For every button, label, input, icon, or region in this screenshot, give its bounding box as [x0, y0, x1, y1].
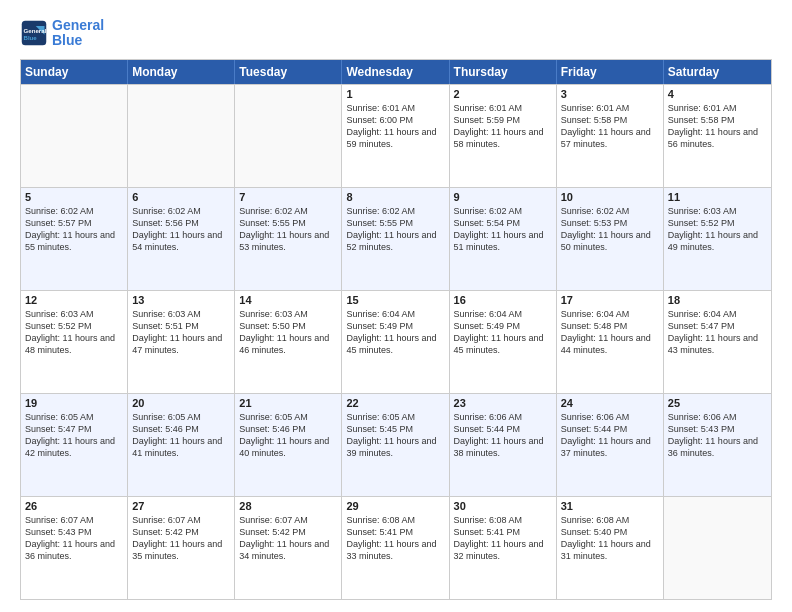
day-number: 11	[668, 191, 767, 203]
day-cell-27: 27Sunrise: 6:07 AM Sunset: 5:42 PM Dayli…	[128, 497, 235, 599]
empty-cell	[235, 85, 342, 187]
day-number: 30	[454, 500, 552, 512]
day-number: 22	[346, 397, 444, 409]
day-number: 7	[239, 191, 337, 203]
cell-info: Sunrise: 6:07 AM Sunset: 5:42 PM Dayligh…	[239, 514, 337, 563]
day-cell-9: 9Sunrise: 6:02 AM Sunset: 5:54 PM Daylig…	[450, 188, 557, 290]
day-number: 6	[132, 191, 230, 203]
day-cell-10: 10Sunrise: 6:02 AM Sunset: 5:53 PM Dayli…	[557, 188, 664, 290]
day-number: 29	[346, 500, 444, 512]
day-cell-29: 29Sunrise: 6:08 AM Sunset: 5:41 PM Dayli…	[342, 497, 449, 599]
logo-icon: General Blue	[20, 19, 48, 47]
day-cell-17: 17Sunrise: 6:04 AM Sunset: 5:48 PM Dayli…	[557, 291, 664, 393]
cell-info: Sunrise: 6:04 AM Sunset: 5:48 PM Dayligh…	[561, 308, 659, 357]
day-cell-26: 26Sunrise: 6:07 AM Sunset: 5:43 PM Dayli…	[21, 497, 128, 599]
day-cell-1: 1Sunrise: 6:01 AM Sunset: 6:00 PM Daylig…	[342, 85, 449, 187]
cell-info: Sunrise: 6:06 AM Sunset: 5:44 PM Dayligh…	[454, 411, 552, 460]
header-day-sunday: Sunday	[21, 60, 128, 84]
day-cell-18: 18Sunrise: 6:04 AM Sunset: 5:47 PM Dayli…	[664, 291, 771, 393]
page: General Blue General Blue SundayMondayTu…	[0, 0, 792, 612]
cell-info: Sunrise: 6:02 AM Sunset: 5:56 PM Dayligh…	[132, 205, 230, 254]
calendar-row-3: 12Sunrise: 6:03 AM Sunset: 5:52 PM Dayli…	[21, 290, 771, 393]
day-cell-30: 30Sunrise: 6:08 AM Sunset: 5:41 PM Dayli…	[450, 497, 557, 599]
svg-text:Blue: Blue	[24, 34, 38, 41]
cell-info: Sunrise: 6:08 AM Sunset: 5:41 PM Dayligh…	[454, 514, 552, 563]
header-day-thursday: Thursday	[450, 60, 557, 84]
cell-info: Sunrise: 6:02 AM Sunset: 5:54 PM Dayligh…	[454, 205, 552, 254]
header: General Blue General Blue	[20, 18, 772, 49]
header-day-friday: Friday	[557, 60, 664, 84]
day-cell-23: 23Sunrise: 6:06 AM Sunset: 5:44 PM Dayli…	[450, 394, 557, 496]
cell-info: Sunrise: 6:02 AM Sunset: 5:55 PM Dayligh…	[239, 205, 337, 254]
day-cell-24: 24Sunrise: 6:06 AM Sunset: 5:44 PM Dayli…	[557, 394, 664, 496]
day-number: 14	[239, 294, 337, 306]
day-cell-3: 3Sunrise: 6:01 AM Sunset: 5:58 PM Daylig…	[557, 85, 664, 187]
day-cell-25: 25Sunrise: 6:06 AM Sunset: 5:43 PM Dayli…	[664, 394, 771, 496]
day-number: 31	[561, 500, 659, 512]
cell-info: Sunrise: 6:08 AM Sunset: 5:40 PM Dayligh…	[561, 514, 659, 563]
cell-info: Sunrise: 6:02 AM Sunset: 5:57 PM Dayligh…	[25, 205, 123, 254]
calendar-body: 1Sunrise: 6:01 AM Sunset: 6:00 PM Daylig…	[21, 84, 771, 599]
day-number: 1	[346, 88, 444, 100]
cell-info: Sunrise: 6:05 AM Sunset: 5:45 PM Dayligh…	[346, 411, 444, 460]
cell-info: Sunrise: 6:02 AM Sunset: 5:55 PM Dayligh…	[346, 205, 444, 254]
day-cell-12: 12Sunrise: 6:03 AM Sunset: 5:52 PM Dayli…	[21, 291, 128, 393]
day-cell-20: 20Sunrise: 6:05 AM Sunset: 5:46 PM Dayli…	[128, 394, 235, 496]
day-number: 10	[561, 191, 659, 203]
day-number: 21	[239, 397, 337, 409]
cell-info: Sunrise: 6:01 AM Sunset: 5:58 PM Dayligh…	[668, 102, 767, 151]
day-cell-13: 13Sunrise: 6:03 AM Sunset: 5:51 PM Dayli…	[128, 291, 235, 393]
header-day-tuesday: Tuesday	[235, 60, 342, 84]
day-number: 18	[668, 294, 767, 306]
day-number: 12	[25, 294, 123, 306]
day-cell-7: 7Sunrise: 6:02 AM Sunset: 5:55 PM Daylig…	[235, 188, 342, 290]
day-cell-28: 28Sunrise: 6:07 AM Sunset: 5:42 PM Dayli…	[235, 497, 342, 599]
day-cell-14: 14Sunrise: 6:03 AM Sunset: 5:50 PM Dayli…	[235, 291, 342, 393]
day-number: 15	[346, 294, 444, 306]
logo: General Blue General Blue	[20, 18, 104, 49]
day-number: 20	[132, 397, 230, 409]
day-cell-16: 16Sunrise: 6:04 AM Sunset: 5:49 PM Dayli…	[450, 291, 557, 393]
day-number: 17	[561, 294, 659, 306]
cell-info: Sunrise: 6:02 AM Sunset: 5:53 PM Dayligh…	[561, 205, 659, 254]
day-number: 28	[239, 500, 337, 512]
cell-info: Sunrise: 6:03 AM Sunset: 5:52 PM Dayligh…	[668, 205, 767, 254]
day-number: 13	[132, 294, 230, 306]
cell-info: Sunrise: 6:07 AM Sunset: 5:43 PM Dayligh…	[25, 514, 123, 563]
logo-text: General Blue	[52, 18, 104, 49]
cell-info: Sunrise: 6:06 AM Sunset: 5:44 PM Dayligh…	[561, 411, 659, 460]
header-day-saturday: Saturday	[664, 60, 771, 84]
day-number: 27	[132, 500, 230, 512]
day-cell-19: 19Sunrise: 6:05 AM Sunset: 5:47 PM Dayli…	[21, 394, 128, 496]
day-number: 4	[668, 88, 767, 100]
calendar-row-1: 1Sunrise: 6:01 AM Sunset: 6:00 PM Daylig…	[21, 84, 771, 187]
day-number: 26	[25, 500, 123, 512]
day-cell-6: 6Sunrise: 6:02 AM Sunset: 5:56 PM Daylig…	[128, 188, 235, 290]
calendar: SundayMondayTuesdayWednesdayThursdayFrid…	[20, 59, 772, 600]
empty-cell	[664, 497, 771, 599]
cell-info: Sunrise: 6:08 AM Sunset: 5:41 PM Dayligh…	[346, 514, 444, 563]
day-cell-5: 5Sunrise: 6:02 AM Sunset: 5:57 PM Daylig…	[21, 188, 128, 290]
calendar-row-5: 26Sunrise: 6:07 AM Sunset: 5:43 PM Dayli…	[21, 496, 771, 599]
day-number: 3	[561, 88, 659, 100]
cell-info: Sunrise: 6:01 AM Sunset: 6:00 PM Dayligh…	[346, 102, 444, 151]
day-cell-22: 22Sunrise: 6:05 AM Sunset: 5:45 PM Dayli…	[342, 394, 449, 496]
header-day-wednesday: Wednesday	[342, 60, 449, 84]
day-number: 23	[454, 397, 552, 409]
cell-info: Sunrise: 6:05 AM Sunset: 5:46 PM Dayligh…	[132, 411, 230, 460]
calendar-row-4: 19Sunrise: 6:05 AM Sunset: 5:47 PM Dayli…	[21, 393, 771, 496]
day-number: 8	[346, 191, 444, 203]
cell-info: Sunrise: 6:01 AM Sunset: 5:59 PM Dayligh…	[454, 102, 552, 151]
empty-cell	[128, 85, 235, 187]
cell-info: Sunrise: 6:01 AM Sunset: 5:58 PM Dayligh…	[561, 102, 659, 151]
day-cell-31: 31Sunrise: 6:08 AM Sunset: 5:40 PM Dayli…	[557, 497, 664, 599]
cell-info: Sunrise: 6:04 AM Sunset: 5:49 PM Dayligh…	[346, 308, 444, 357]
day-cell-11: 11Sunrise: 6:03 AM Sunset: 5:52 PM Dayli…	[664, 188, 771, 290]
day-cell-4: 4Sunrise: 6:01 AM Sunset: 5:58 PM Daylig…	[664, 85, 771, 187]
svg-text:General: General	[24, 27, 47, 34]
day-number: 2	[454, 88, 552, 100]
cell-info: Sunrise: 6:04 AM Sunset: 5:49 PM Dayligh…	[454, 308, 552, 357]
cell-info: Sunrise: 6:03 AM Sunset: 5:52 PM Dayligh…	[25, 308, 123, 357]
day-cell-8: 8Sunrise: 6:02 AM Sunset: 5:55 PM Daylig…	[342, 188, 449, 290]
day-number: 19	[25, 397, 123, 409]
